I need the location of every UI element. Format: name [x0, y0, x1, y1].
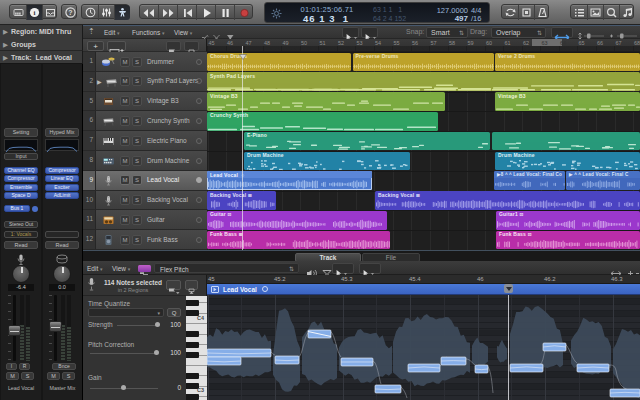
svg-text:?: ? [68, 9, 72, 16]
svg-text:i: i [34, 9, 36, 17]
